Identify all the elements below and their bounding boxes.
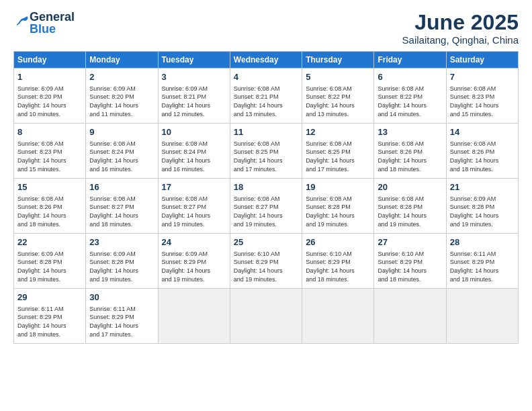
day-cell: 4Sunrise: 6:08 AM Sunset: 8:21 PM Daylig… [230, 68, 302, 124]
day-number: 20 [378, 181, 442, 193]
day-info: Sunrise: 6:11 AM Sunset: 8:29 PM Dayligh… [17, 305, 82, 338]
day-info: Sunrise: 6:10 AM Sunset: 8:29 PM Dayligh… [306, 250, 370, 283]
day-cell [230, 289, 302, 344]
day-cell: 5Sunrise: 6:08 AM Sunset: 8:22 PM Daylig… [302, 68, 374, 124]
day-info: Sunrise: 6:09 AM Sunset: 8:28 PM Dayligh… [17, 250, 82, 283]
day-number: 22 [17, 236, 82, 248]
day-cell [302, 289, 374, 344]
day-cell: 6Sunrise: 6:08 AM Sunset: 8:22 PM Daylig… [374, 68, 446, 124]
week-row-5: 29Sunrise: 6:11 AM Sunset: 8:29 PM Dayli… [14, 289, 519, 344]
day-info: Sunrise: 6:09 AM Sunset: 8:29 PM Dayligh… [162, 250, 226, 283]
day-info: Sunrise: 6:08 AM Sunset: 8:22 PM Dayligh… [306, 85, 370, 118]
day-info: Sunrise: 6:08 AM Sunset: 8:21 PM Dayligh… [234, 85, 298, 118]
bird-icon [15, 14, 30, 29]
weekday-monday: Monday [86, 52, 158, 68]
day-number: 17 [162, 181, 226, 193]
day-cell: 21Sunrise: 6:09 AM Sunset: 8:28 PM Dayli… [446, 179, 518, 234]
day-info: Sunrise: 6:09 AM Sunset: 8:28 PM Dayligh… [450, 195, 515, 228]
day-info: Sunrise: 6:08 AM Sunset: 8:22 PM Dayligh… [378, 85, 442, 118]
day-info: Sunrise: 6:08 AM Sunset: 8:26 PM Dayligh… [378, 140, 442, 173]
day-cell: 3Sunrise: 6:09 AM Sunset: 8:21 PM Daylig… [158, 68, 230, 124]
day-cell: 23Sunrise: 6:09 AM Sunset: 8:28 PM Dayli… [86, 234, 158, 289]
day-cell [446, 289, 518, 344]
day-cell [158, 289, 230, 344]
location-title: Sailaitang, Qinghai, China [402, 34, 519, 46]
day-number: 7 [450, 71, 515, 83]
day-number: 5 [306, 71, 370, 83]
day-info: Sunrise: 6:10 AM Sunset: 8:29 PM Dayligh… [378, 250, 442, 283]
day-info: Sunrise: 6:08 AM Sunset: 8:24 PM Dayligh… [89, 140, 154, 173]
day-info: Sunrise: 6:09 AM Sunset: 8:28 PM Dayligh… [89, 250, 154, 283]
day-number: 4 [234, 71, 298, 83]
week-row-2: 8Sunrise: 6:08 AM Sunset: 8:23 PM Daylig… [14, 124, 519, 179]
day-info: Sunrise: 6:09 AM Sunset: 8:20 PM Dayligh… [17, 85, 82, 118]
day-cell: 20Sunrise: 6:08 AM Sunset: 8:28 PM Dayli… [374, 179, 446, 234]
day-cell: 17Sunrise: 6:08 AM Sunset: 8:27 PM Dayli… [158, 179, 230, 234]
day-cell: 22Sunrise: 6:09 AM Sunset: 8:28 PM Dayli… [14, 234, 86, 289]
day-cell: 14Sunrise: 6:08 AM Sunset: 8:26 PM Dayli… [446, 124, 518, 179]
header: General Blue June 2025 Sailaitang, Qingh… [13, 11, 519, 46]
title-block: June 2025 Sailaitang, Qinghai, China [402, 11, 519, 46]
day-number: 26 [306, 236, 370, 248]
day-number: 11 [234, 126, 298, 138]
logo-general-text: General [30, 10, 75, 24]
day-number: 3 [162, 71, 226, 83]
day-cell: 30Sunrise: 6:11 AM Sunset: 8:29 PM Dayli… [86, 289, 158, 344]
day-number: 13 [378, 126, 442, 138]
day-cell: 29Sunrise: 6:11 AM Sunset: 8:29 PM Dayli… [14, 289, 86, 344]
day-number: 21 [450, 181, 515, 193]
day-cell [374, 289, 446, 344]
day-info: Sunrise: 6:08 AM Sunset: 8:27 PM Dayligh… [162, 195, 226, 228]
day-info: Sunrise: 6:08 AM Sunset: 8:26 PM Dayligh… [17, 195, 82, 228]
day-number: 14 [450, 126, 515, 138]
day-cell: 10Sunrise: 6:08 AM Sunset: 8:24 PM Dayli… [158, 124, 230, 179]
day-cell: 13Sunrise: 6:08 AM Sunset: 8:26 PM Dayli… [374, 124, 446, 179]
day-number: 24 [162, 236, 226, 248]
day-cell: 15Sunrise: 6:08 AM Sunset: 8:26 PM Dayli… [14, 179, 86, 234]
day-info: Sunrise: 6:09 AM Sunset: 8:20 PM Dayligh… [89, 85, 154, 118]
day-info: Sunrise: 6:08 AM Sunset: 8:25 PM Dayligh… [234, 140, 298, 173]
day-number: 27 [378, 236, 442, 248]
day-number: 18 [234, 181, 298, 193]
day-number: 29 [17, 291, 82, 304]
day-info: Sunrise: 6:08 AM Sunset: 8:25 PM Dayligh… [306, 140, 370, 173]
day-cell: 24Sunrise: 6:09 AM Sunset: 8:29 PM Dayli… [158, 234, 230, 289]
day-number: 2 [89, 71, 154, 83]
calendar: SundayMondayTuesdayWednesdayThursdayFrid… [13, 51, 519, 344]
day-info: Sunrise: 6:09 AM Sunset: 8:21 PM Dayligh… [162, 85, 226, 118]
week-row-4: 22Sunrise: 6:09 AM Sunset: 8:28 PM Dayli… [14, 234, 519, 289]
page: General Blue June 2025 Sailaitang, Qingh… [0, 0, 532, 411]
day-cell: 7Sunrise: 6:08 AM Sunset: 8:23 PM Daylig… [446, 68, 518, 124]
day-number: 8 [17, 126, 82, 138]
day-cell: 9Sunrise: 6:08 AM Sunset: 8:24 PM Daylig… [86, 124, 158, 179]
day-number: 15 [17, 181, 82, 193]
week-row-1: 1Sunrise: 6:09 AM Sunset: 8:20 PM Daylig… [14, 68, 519, 124]
day-info: Sunrise: 6:08 AM Sunset: 8:28 PM Dayligh… [378, 195, 442, 228]
day-info: Sunrise: 6:08 AM Sunset: 8:27 PM Dayligh… [89, 195, 154, 228]
day-info: Sunrise: 6:08 AM Sunset: 8:24 PM Dayligh… [162, 140, 226, 173]
calendar-body: 1Sunrise: 6:09 AM Sunset: 8:20 PM Daylig… [14, 68, 519, 344]
weekday-tuesday: Tuesday [158, 52, 230, 68]
day-number: 6 [378, 71, 442, 83]
day-number: 30 [89, 291, 154, 304]
day-number: 23 [89, 236, 154, 248]
day-number: 10 [162, 126, 226, 138]
weekday-saturday: Saturday [446, 52, 518, 68]
weekday-friday: Friday [374, 52, 446, 68]
day-number: 1 [17, 71, 82, 83]
day-info: Sunrise: 6:11 AM Sunset: 8:29 PM Dayligh… [89, 305, 154, 338]
day-cell: 26Sunrise: 6:10 AM Sunset: 8:29 PM Dayli… [302, 234, 374, 289]
logo: General Blue [13, 11, 75, 35]
day-info: Sunrise: 6:08 AM Sunset: 8:28 PM Dayligh… [306, 195, 370, 228]
day-cell: 11Sunrise: 6:08 AM Sunset: 8:25 PM Dayli… [230, 124, 302, 179]
week-row-3: 15Sunrise: 6:08 AM Sunset: 8:26 PM Dayli… [14, 179, 519, 234]
weekday-wednesday: Wednesday [230, 52, 302, 68]
day-info: Sunrise: 6:08 AM Sunset: 8:23 PM Dayligh… [17, 140, 82, 173]
day-cell: 1Sunrise: 6:09 AM Sunset: 8:20 PM Daylig… [14, 68, 86, 124]
day-cell: 12Sunrise: 6:08 AM Sunset: 8:25 PM Dayli… [302, 124, 374, 179]
day-number: 9 [89, 126, 154, 138]
day-number: 16 [89, 181, 154, 193]
day-info: Sunrise: 6:08 AM Sunset: 8:27 PM Dayligh… [234, 195, 298, 228]
weekday-thursday: Thursday [302, 52, 374, 68]
logo-blue-text: Blue [30, 22, 56, 36]
